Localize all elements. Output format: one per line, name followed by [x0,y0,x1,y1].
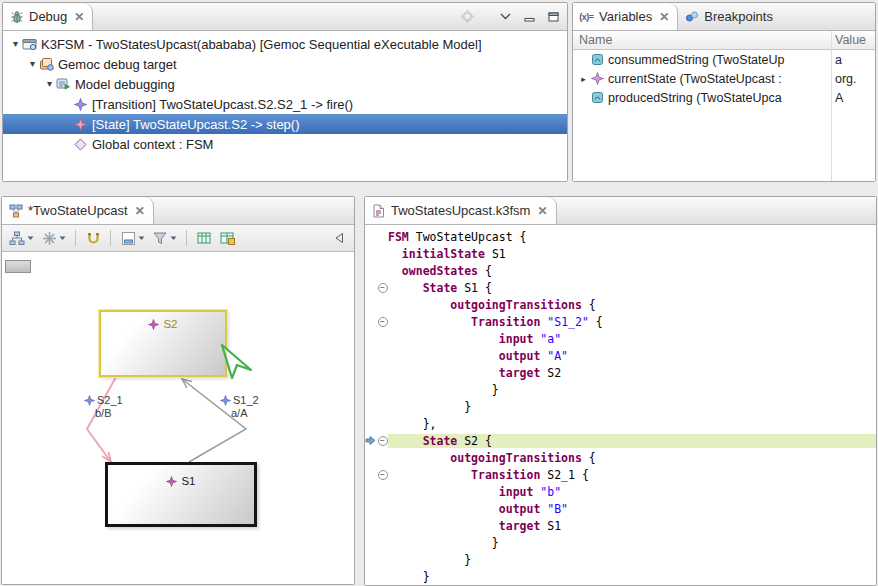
horizontal-sash[interactable] [0,182,878,196]
export-image-icon[interactable] [217,228,237,248]
transition-label-s1-2[interactable]: S1_2 a/A [220,394,259,420]
tab-label: Breakpoints [704,9,773,24]
fold-toggle-icon[interactable]: − [377,436,388,446]
vertical-sash-top[interactable] [568,2,572,182]
diagram-canvas[interactable]: S2 S1 S2_1 b/B S1_2 [2,252,354,584]
tab-variables[interactable]: (x)=Variables✕ [573,3,678,30]
maximize-icon[interactable] [548,12,559,22]
code-area[interactable]: FSM TwoStateUpcast { initialState S1 own… [365,225,876,585]
code-line[interactable]: } [365,551,876,568]
variables-view: (x)=Variables✕Breakpoints Name Value con… [572,2,876,182]
dropdown-caret-icon[interactable] [138,236,145,241]
code-line[interactable]: input "a" [365,330,876,347]
text-editor: TwoStatesUpcast.k3fsm ✕ FSM TwoStateUpca… [364,196,877,586]
fold-toggle-icon[interactable]: − [377,317,388,327]
style-icon[interactable] [118,228,138,248]
annotation-ruler [365,500,377,517]
code-line[interactable]: } [365,568,876,585]
close-icon[interactable]: ✕ [74,10,84,24]
code-line[interactable]: ownedStates { [365,262,876,279]
code-line[interactable]: }, [365,415,876,432]
transition-sparkle-icon [84,395,95,406]
variables-tab-icon: (x)= [579,9,594,24]
state-node-s1[interactable]: S1 [105,462,257,527]
code-line[interactable]: } [365,534,876,551]
code-line[interactable]: output "A" [365,347,876,364]
code-text: outgoingTransitions { [388,298,876,312]
code-line[interactable]: target S2 [365,364,876,381]
close-icon[interactable]: ✕ [135,204,145,218]
debug-view-toolbar [460,3,567,30]
code-line[interactable]: − State S2 { [365,432,876,449]
fold-toggle-icon[interactable]: − [377,283,388,293]
code-line[interactable]: − Transition "S1_2" { [365,313,876,330]
code-text: target S1 [388,519,876,533]
code-line[interactable]: outgoingTransitions { [365,296,876,313]
debug-tree-item[interactable]: ▾Gemoc debug target [3,54,567,74]
file-icon [371,203,386,218]
code-text: input "b" [388,485,876,499]
variable-row[interactable]: producedString (TwoStateUpcaA [573,88,875,107]
tab-diagram[interactable]: *TwoStateUpcast ✕ [2,197,154,224]
code-text: } [388,400,876,414]
minimize-icon[interactable] [524,12,535,22]
code-text: target S2 [388,366,876,380]
state-label: S2 [163,318,177,330]
code-line[interactable]: − Transition S2_1 { [365,466,876,483]
tab-debug[interactable]: Debug ✕ [3,3,93,30]
vertical-sash-bottom[interactable] [355,196,364,586]
diagram-mode-icon[interactable] [7,228,27,248]
disabled-gear-icon[interactable] [460,9,475,24]
export-table-icon[interactable] [194,228,214,248]
dropdown-caret-icon[interactable] [170,236,177,241]
close-icon[interactable]: ✕ [537,204,547,218]
variables-table: Name Value consummedString (TwoStateUpa▸… [573,31,875,181]
variable-row[interactable]: consummedString (TwoStateUpa [573,50,875,69]
collapse-palette-icon[interactable] [329,228,349,248]
code-line[interactable]: output "B" [365,500,876,517]
annotation-ruler [365,449,377,466]
debug-tree-item[interactable]: [Transition] TwoStateUpcast.S2.S2_1 -> f… [3,94,567,114]
code-line[interactable]: initialState S1 [365,245,876,262]
code-line[interactable]: input "b" [365,483,876,500]
code-line[interactable]: outgoingTransitions { [365,449,876,466]
view-menu-icon[interactable] [500,13,511,20]
code-line[interactable]: } [365,381,876,398]
code-line[interactable]: − State S1 { [365,279,876,296]
annotation-ruler [365,296,377,313]
debug-tree-item[interactable]: ▾Model debugging [3,74,567,94]
arrange-icon[interactable] [39,228,59,248]
variable-row[interactable]: ▸currentState (TwoStateUpcast :org. [573,69,875,88]
column-header-value[interactable]: Value [835,31,866,50]
debug-tree-item[interactable]: Global context : FSM [3,134,567,154]
expander-icon[interactable]: ▾ [26,54,39,74]
state-node-s2[interactable]: S2 [99,310,227,377]
debug-tabbar: Debug ✕ [3,3,567,31]
column-header-name[interactable]: Name [573,33,612,47]
fold-toggle-icon[interactable]: − [377,470,388,480]
eclipse-workbench: Debug ✕ ▾K3FSM - TwoStatesUpcast(abababa… [0,0,878,586]
debug-tree-item[interactable]: ▾K3FSM - TwoStatesUpcast(abababa) [Gemoc… [3,34,567,54]
close-icon[interactable]: ✕ [659,10,669,24]
transition-name: S1_2 [233,394,259,407]
pin-icon[interactable] [83,228,103,248]
thread-icon [56,77,71,92]
code-line[interactable]: } [365,398,876,415]
debug-tree-item[interactable]: [State] TwoStateUpcast.S2 -> step() [3,114,567,134]
dropdown-caret-icon[interactable] [27,236,34,241]
tab-k3fsm-file[interactable]: TwoStatesUpcast.k3fsm ✕ [365,197,557,224]
expander-icon[interactable]: ▾ [43,74,56,94]
expander-icon[interactable]: ▸ [577,74,590,84]
annotation-ruler [365,551,377,568]
filter-icon[interactable] [150,228,170,248]
code-line[interactable]: target S1 [365,517,876,534]
expander-icon[interactable]: ▾ [9,34,22,54]
code-text: outgoingTransitions { [388,451,876,465]
code-line[interactable]: FSM TwoStateUpcast { [365,228,876,245]
dropdown-caret-icon[interactable] [59,236,66,241]
code-text: } [388,383,876,397]
transition-label-s2-1[interactable]: S2_1 b/B [84,394,123,420]
column-divider[interactable] [831,31,832,181]
variable-value: A [835,91,843,105]
tab-breakpoints[interactable]: Breakpoints [678,3,781,30]
